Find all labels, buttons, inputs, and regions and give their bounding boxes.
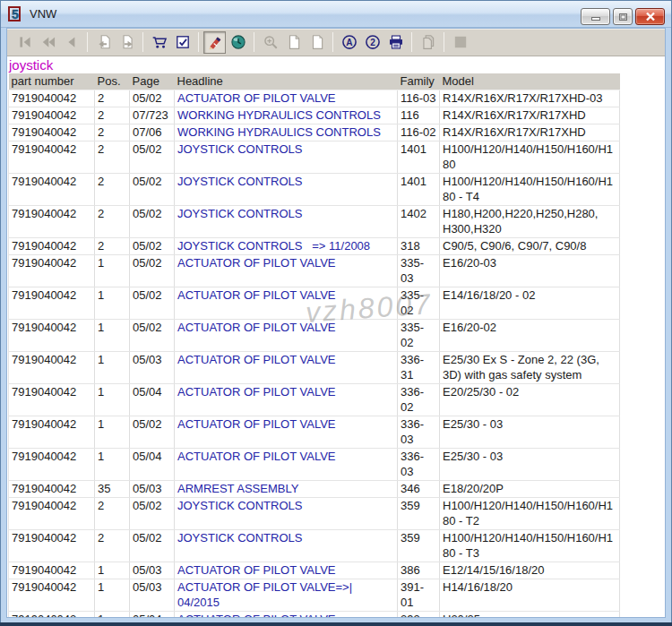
cell-model: E25/30 - 03 [440,448,620,480]
cell-family: 318 [398,237,440,254]
cell-headline[interactable]: JOYSTICK CONTROLS [175,497,398,529]
cell-pos: 35 [95,480,130,497]
cell-pos: 2 [95,173,130,205]
cell-headline[interactable]: ARMREST ASSEMBLY [175,480,398,497]
cell-headline[interactable]: ACTUATOR OF PILOT VALVE [175,287,398,319]
globe-clock-button[interactable] [227,31,249,54]
cell-family: 386 [398,562,440,579]
cell-headline[interactable]: JOYSTICK CONTROLS [175,529,398,562]
table-row[interactable]: 7919040042205/02ACTUATOR OF PILOT VALVE1… [9,90,620,107]
cell-headline[interactable]: ACTUATOR OF PILOT VALVE [175,416,398,448]
table-row[interactable]: 7919040042207/06WORKING HYDRAULICS CONTR… [9,124,620,141]
close-button[interactable] [635,8,665,25]
results-table: part numberPos.PageHeadlineFamilyModel 7… [8,73,620,617]
table-row[interactable]: 7919040042105/02ACTUATOR OF PILOT VALVE3… [9,254,620,287]
cell-model: R14X/R16X/R17X/R17XHD [440,124,620,141]
table-row[interactable]: 7919040042105/04ACTUATOR OF PILOT VALVE3… [9,611,620,617]
stop-square-icon [452,34,469,50]
cell-headline[interactable]: ACTUATOR OF PILOT VALVE [175,611,398,617]
cell-headline[interactable]: ACTUATOR OF PILOT VALVE [175,90,398,107]
cart-button[interactable] [148,31,170,54]
minimize-icon [590,13,601,21]
nav-prev-fast-button[interactable] [37,31,59,54]
cell-part-number: 7919040042 [9,611,95,617]
cell-part-number: 7919040042 [9,173,95,205]
cell-part-number: 7919040042 [9,141,95,173]
cell-pos: 1 [95,448,130,480]
cell-model: E18/20/20P [440,480,620,497]
cell-part-number: 7919040042 [9,237,95,254]
table-row[interactable]: 7919040042205/02JOYSTICK CONTROLS => 11/… [9,237,620,254]
nav-first-button[interactable] [13,31,36,54]
cell-headline[interactable]: JOYSTICK CONTROLS => 11/2008 [175,237,398,254]
zoom-icon [263,34,279,50]
table-row[interactable]: 7919040042105/03ACTUATOR OF PILOT VALVE3… [9,562,620,579]
copy-pages-button[interactable] [417,31,439,54]
cell-headline[interactable]: ACTUATOR OF PILOT VALVE [175,319,398,351]
cell-model: R14X/R16X/R17X/R17XHD [440,107,620,124]
app-logo-icon[interactable]: 5 [8,6,24,22]
table-row[interactable]: 7919040042205/02JOYSTICK CONTROLS1401H10… [9,141,620,173]
cell-pos: 1 [95,319,130,351]
maximize-icon [618,13,628,21]
column-header-model: Model [440,73,620,90]
zoom-button[interactable] [259,31,281,54]
cell-headline[interactable]: JOYSTICK CONTROLS [175,205,398,237]
table-row[interactable]: 79190400423505/03ARMREST ASSEMBLY346E18/… [9,480,620,497]
doc-forward-icon [119,34,135,50]
table-row[interactable]: 7919040042205/02JOYSTICK CONTROLS359H100… [9,497,620,529]
table-row[interactable]: 7919040042207/723WORKING HYDRAULICS CONT… [9,107,620,124]
table-row[interactable]: 7919040042105/02ACTUATOR OF PILOT VALVE3… [9,319,620,351]
cell-headline[interactable]: JOYSTICK CONTROLS [175,141,398,173]
table-row[interactable]: 7919040042205/02JOYSTICK CONTROLS1402H18… [9,205,620,237]
cell-page: 05/02 [130,287,175,319]
doc-back-button[interactable] [92,31,115,54]
doc-forward-button[interactable] [116,31,138,54]
doc-corner-button[interactable] [306,31,328,54]
app-window: 5 VNW A2 j [0,0,672,626]
cell-family: 116-03 [398,90,440,107]
table-row[interactable]: 7919040042105/04ACTUATOR OF PILOT VALVE3… [9,383,620,416]
cell-headline[interactable]: ACTUATOR OF PILOT VALVE [175,448,398,480]
marker-pen-button[interactable] [203,31,226,54]
cell-page: 05/02 [130,205,175,237]
cell-part-number: 7919040042 [9,562,95,579]
cell-headline[interactable]: ACTUATOR OF PILOT VALVE=>| 04/2015 [175,579,398,611]
cell-headline[interactable]: ACTUATOR OF PILOT VALVE [175,383,398,416]
cell-model: R14X/R16X/R17X/R17XHD-03 [440,90,620,107]
toolbar: A2 [7,29,665,56]
checklist-button[interactable] [171,31,194,54]
cell-family: 346 [398,480,440,497]
circle-2-button[interactable]: 2 [361,31,383,54]
cell-model: E14/16/18/20 - 02 [440,287,620,319]
table-row[interactable]: 7919040042105/03ACTUATOR OF PILOT VALVE=… [9,579,620,611]
circle-a-button[interactable]: A [338,31,360,54]
table-row[interactable]: 7919040042105/04ACTUATOR OF PILOT VALVE3… [9,448,620,480]
toolbar-separator [87,32,88,52]
table-row[interactable]: 7919040042205/02JOYSTICK CONTROLS1401H10… [9,173,620,205]
minimize-button[interactable] [581,8,610,25]
table-row[interactable]: 7919040042105/03ACTUATOR OF PILOT VALVE3… [9,351,620,383]
cell-pos: 2 [95,124,130,141]
cell-headline[interactable]: JOYSTICK CONTROLS [175,173,398,205]
cell-page: 05/03 [130,579,175,611]
nav-prev-button[interactable] [60,31,82,54]
cell-family: 359 [398,529,440,562]
cell-page: 05/02 [130,237,175,254]
stop-square-button[interactable] [449,31,471,54]
table-row[interactable]: 7919040042205/02JOYSTICK CONTROLS359H100… [9,529,620,562]
cell-model: H100/H120/H140/H150/H160/H180 - T2 [440,497,620,529]
cell-headline[interactable]: ACTUATOR OF PILOT VALVE [175,254,398,287]
cell-headline[interactable]: WORKING HYDRAULICS CONTROLS [175,107,398,124]
cell-model: H180,H200,H220,H250,H280, H300,H320 [440,205,620,237]
cell-headline[interactable]: ACTUATOR OF PILOT VALVE [175,562,398,579]
maximize-button[interactable] [613,8,633,25]
cell-page: 05/02 [130,141,175,173]
table-row[interactable]: 7919040042105/02ACTUATOR OF PILOT VALVE3… [9,416,620,448]
printer-button[interactable] [384,31,407,54]
nav-prev-icon [64,34,80,50]
cell-headline[interactable]: ACTUATOR OF PILOT VALVE [175,351,398,383]
cell-headline[interactable]: WORKING HYDRAULICS CONTROLS [175,124,398,141]
table-row[interactable]: 7919040042105/02ACTUATOR OF PILOT VALVE3… [9,287,620,319]
doc-blank-button[interactable] [282,31,305,54]
